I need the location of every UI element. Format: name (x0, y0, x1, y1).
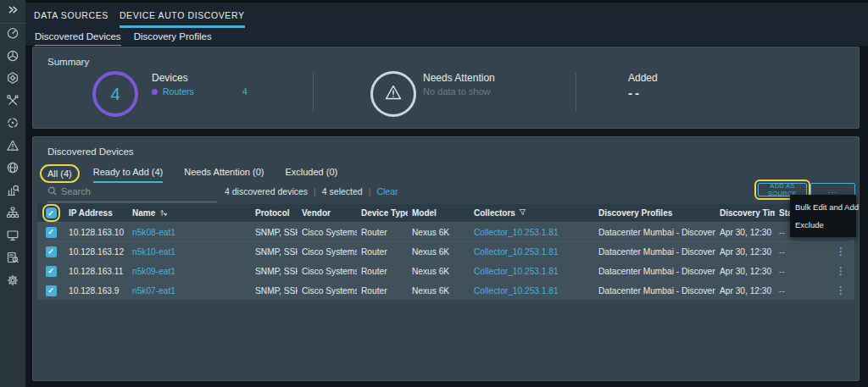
main-content: Summary 4 Devices Routers 4 Needs Attent… (25, 46, 868, 387)
needs-attention-empty-text: No data to show (423, 86, 491, 97)
cell-collector-link[interactable]: Collector_10.253.1.81 (470, 281, 594, 300)
cell-discovery-profile: Datacenter Mumbai - Discovery Pro... (594, 281, 715, 300)
chart-magnifier-icon (6, 184, 19, 201)
routers-legend-label[interactable]: Routers (163, 86, 194, 97)
needs-attention-ring (370, 71, 416, 117)
table-row[interactable]: ✓ 10.128.163.11 n5k09-eat1 SNMP, SSH Cis… (37, 261, 854, 280)
sidebar-item-plan[interactable] (0, 47, 25, 69)
cell-model: Nexus 6K (408, 223, 470, 241)
cell-protocol: SNMP, SSH (251, 223, 298, 241)
devices-count: 4 (110, 84, 120, 104)
table-row[interactable]: ✓ 10.128.163.12 n5k10-eat1 SNMP, SSH Cis… (37, 241, 854, 261)
row-checkbox[interactable]: ✓ (46, 285, 57, 296)
sidebar-item-dashboard[interactable] (0, 24, 25, 47)
filter-tab-needs-attention[interactable]: Needs Attention (0) (184, 164, 264, 183)
col-header-collectors[interactable]: Collectors (470, 204, 594, 222)
tools-icon (6, 94, 19, 111)
search-field[interactable] (47, 184, 217, 202)
cell-collector-link[interactable]: Collector_10.253.1.81 (470, 262, 594, 280)
filter-funnel-icon[interactable] (519, 208, 526, 218)
cell-discovery-profile: Datacenter Mumbai - Discovery Pro... (594, 242, 715, 261)
table-row[interactable]: ✓ 10.128.163.10 n5k08-eat1 SNMP, SSH Cis… (37, 222, 854, 241)
table-row[interactable]: ✓ 10.128.163.9 n5k07-eat1 SNMP, SSH Cisc… (37, 280, 854, 300)
selection-counts: 4 discovered devices | 4 selected | Clea… (225, 186, 398, 196)
tab-data-sources[interactable]: DATA SOURCES (34, 8, 108, 28)
more-actions-menu: Bulk Edit and Add Exclude (790, 195, 856, 237)
cell-device-type: Router (357, 223, 408, 241)
selected-count-text: 4 selected (322, 186, 363, 196)
row-menu-button[interactable]: ⋮ (836, 266, 846, 276)
cell-ip: 10.128.163.9 (64, 281, 128, 300)
cell-discovery-profile: Datacenter Mumbai - Discovery Pro... (594, 223, 715, 241)
cell-status: -- (775, 281, 827, 300)
sidebar-item-alerts[interactable] (0, 136, 25, 159)
discovered-devices-title: Discovered Devices (47, 147, 134, 157)
col-header-discovery-time[interactable]: Discovery Time ↓ (715, 204, 775, 222)
table-header-row: ✓ IP Address Name Protocol Vendor Device… (37, 204, 854, 222)
col-header-ip[interactable]: IP Address (64, 204, 128, 222)
cell-model: Nexus 6K (408, 281, 470, 300)
row-checkbox[interactable]: ✓ (46, 266, 57, 277)
cell-name-link[interactable]: n5k08-eat1 (128, 223, 251, 241)
clear-selection-link[interactable]: Clear (376, 186, 398, 196)
sidebar-item-discovery[interactable] (0, 113, 25, 136)
sidebar-item-audit[interactable] (0, 248, 25, 271)
filter-tab-all[interactable]: All (4) (42, 166, 78, 181)
cell-collector-link[interactable]: Collector_10.253.1.81 (470, 242, 594, 261)
sidebar-item-topology[interactable] (0, 203, 25, 226)
cell-name-link[interactable]: n5k09-eat1 (128, 262, 251, 280)
cell-name-link[interactable]: n5k07-eat1 (128, 281, 251, 300)
dashboard-gauge-icon (6, 26, 19, 43)
cell-vendor: Cisco Systems, I... (298, 281, 357, 300)
sidebar-item-analytics[interactable] (0, 181, 25, 204)
menu-item-exclude[interactable]: Exclude (790, 216, 856, 234)
col-header-protocol[interactable]: Protocol (251, 204, 298, 222)
cell-name-link[interactable]: n5k10-eat1 (128, 242, 251, 261)
col-header-model[interactable]: Model (408, 204, 470, 222)
cell-discovery-time: Apr 30, 12:30 (715, 281, 775, 300)
pie-sphere-icon (6, 49, 19, 66)
sidebar-item-network[interactable] (0, 158, 25, 181)
page-header: DATA SOURCES DEVICE AUTO DISCOVERY Disco… (25, 0, 868, 46)
cell-vendor: Cisco Systems, I... (298, 262, 357, 280)
row-checkbox[interactable]: ✓ (46, 246, 57, 257)
counts-separator: | (369, 186, 371, 196)
row-menu-button[interactable]: ⋮ (836, 246, 846, 257)
col-header-discovery-profiles[interactable]: Discovery Profiles (594, 204, 715, 222)
cell-protocol: SNMP, SSH (251, 262, 298, 280)
monitor-icon (6, 229, 19, 246)
expand-sidebar-button[interactable] (0, 0, 25, 24)
needs-attention-label: Needs Attention (423, 72, 495, 84)
filter-tab-ready-to-add[interactable]: Ready to Add (4) (93, 164, 164, 183)
subtab-discovery-profiles[interactable]: Discovery Profiles (134, 30, 212, 47)
col-header-vendor[interactable]: Vendor (298, 204, 357, 222)
cell-discovery-profile: Datacenter Mumbai - Discovery Pro... (594, 262, 715, 280)
sidebar-item-endpoints[interactable] (0, 226, 25, 249)
row-checkbox[interactable]: ✓ (46, 227, 57, 238)
sort-icon[interactable] (159, 208, 167, 218)
summary-divider-1 (313, 73, 314, 112)
subtab-discovered-devices[interactable]: Discovered Devices (35, 30, 121, 47)
sidebar-item-tools[interactable] (0, 91, 25, 114)
tab-device-auto-discovery[interactable]: DEVICE AUTO DISCOVERY (120, 8, 245, 28)
gear-icon (6, 274, 19, 290)
cell-device-type: Router (357, 281, 408, 300)
search-input[interactable] (61, 186, 217, 196)
row-menu-button[interactable]: ⋮ (836, 285, 846, 296)
hexagon-gear-icon (6, 71, 19, 88)
filter-tab-excluded[interactable]: Excluded (0) (285, 164, 337, 183)
added-value: -- (628, 86, 642, 100)
cell-collector-link[interactable]: Collector_10.253.1.81 (470, 223, 594, 241)
discovered-count-text: 4 discovered devices (225, 186, 308, 196)
select-all-checkbox[interactable]: ✓ (46, 207, 57, 218)
col-header-device-type[interactable]: Device Type (357, 204, 408, 222)
cell-protocol: SNMP, SSH (251, 281, 298, 300)
menu-item-bulk-edit-and-add[interactable]: Bulk Edit and Add (790, 198, 856, 216)
col-header-name[interactable]: Name (128, 204, 251, 222)
sidebar-item-settings[interactable] (0, 271, 25, 294)
routers-legend-value: 4 (242, 86, 248, 97)
main-tabs: DATA SOURCES DEVICE AUTO DISCOVERY (25, 3, 868, 28)
counts-separator: | (314, 186, 316, 196)
hierarchy-icon (6, 206, 19, 223)
sidebar-item-infrastructure[interactable] (0, 69, 25, 91)
